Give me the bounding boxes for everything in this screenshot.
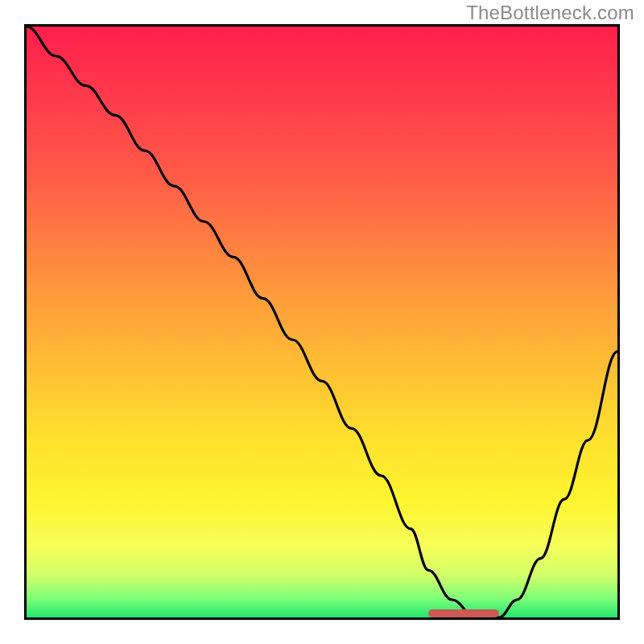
watermark-text: TheBottleneck.com — [466, 2, 634, 24]
plot-frame — [24, 24, 620, 620]
svg-rect-0 — [27, 27, 617, 617]
chart-container: TheBottleneck.com — [0, 0, 644, 644]
gradient-background — [27, 27, 617, 617]
optimal-range-marker — [428, 609, 499, 617]
